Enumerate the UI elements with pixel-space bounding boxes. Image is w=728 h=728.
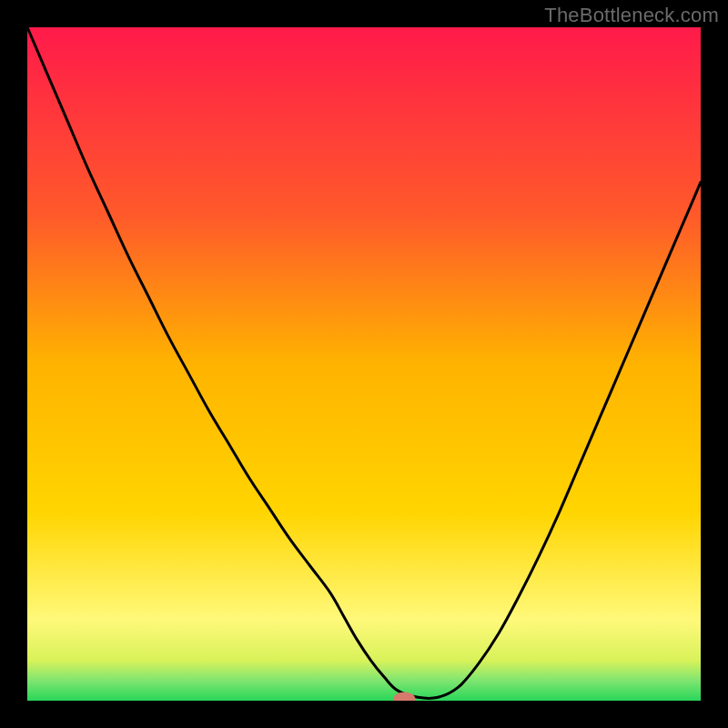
chart-frame: TheBottleneck.com: [0, 0, 728, 728]
chart-svg: [27, 27, 701, 701]
gradient-bg: [27, 27, 701, 701]
plot-area: [27, 27, 701, 701]
watermark-label: TheBottleneck.com: [544, 4, 719, 27]
